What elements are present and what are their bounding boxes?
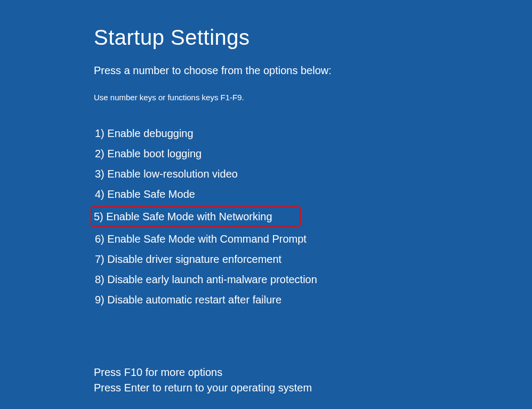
option-5-enable-safe-mode-with-networking[interactable]: 5) Enable Safe Mode with Networking <box>91 206 301 227</box>
option-list: 1) Enable debugging 2) Enable boot loggi… <box>94 125 532 308</box>
footer-enter-text: Press Enter to return to your operating … <box>94 382 532 394</box>
hint-text: Use number keys or functions keys F1-F9. <box>94 93 532 102</box>
footer-f10-text: Press F10 for more options <box>94 366 532 379</box>
footer: Press F10 for more options Press Enter t… <box>94 366 532 394</box>
option-9-disable-automatic-restart-after-failure[interactable]: 9) Disable automatic restart after failu… <box>94 292 283 308</box>
startup-settings-screen: Startup Settings Press a number to choos… <box>0 0 532 394</box>
page-title: Startup Settings <box>94 26 532 50</box>
option-8-disable-early-launch-anti-malware-protection[interactable]: 8) Disable early launch anti-malware pro… <box>94 271 318 287</box>
option-7-disable-driver-signature-enforcement[interactable]: 7) Disable driver signature enforcement <box>94 251 283 267</box>
option-6-enable-safe-mode-with-command-prompt[interactable]: 6) Enable Safe Mode with Command Prompt <box>94 231 308 247</box>
option-4-enable-safe-mode[interactable]: 4) Enable Safe Mode <box>94 186 196 202</box>
instruction-text: Press a number to choose from the option… <box>94 65 532 77</box>
option-2-enable-boot-logging[interactable]: 2) Enable boot logging <box>94 146 203 162</box>
option-1-enable-debugging[interactable]: 1) Enable debugging <box>94 125 195 141</box>
option-3-enable-low-resolution-video[interactable]: 3) Enable low-resolution video <box>94 166 239 182</box>
